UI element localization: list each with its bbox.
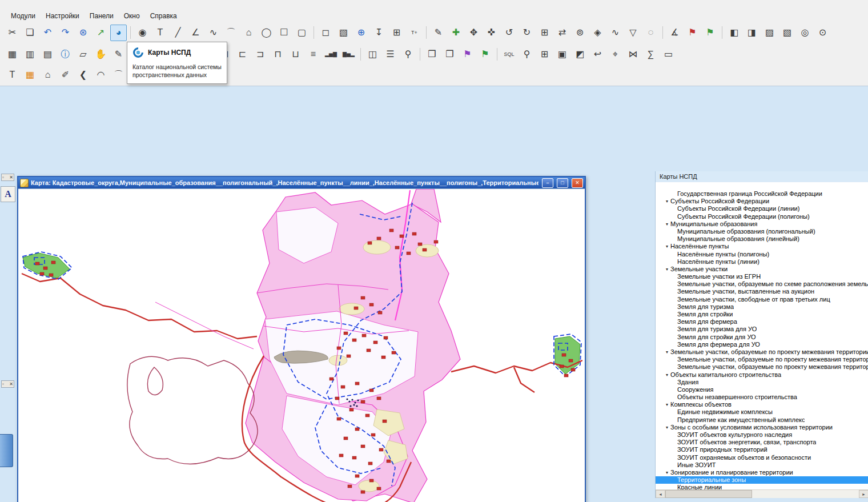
arc-tool-a-button[interactable]: ◠	[93, 67, 109, 83]
freehand-tool-button[interactable]: ✐	[57, 67, 74, 83]
map-child-window[interactable]: Карта: Кадастровые_округа,Муниципальные_…	[17, 176, 586, 502]
draw-polyline-button[interactable]: ∠	[187, 25, 204, 41]
undo-button[interactable]: ↶	[39, 25, 56, 41]
collapse-arrow-icon[interactable]: ▾	[664, 469, 670, 476]
layer-tree-item[interactable]: ЗОУИТ природных территорий	[656, 446, 868, 453]
layer-tree-item[interactable]: Объекты незавершенного строительства	[656, 393, 868, 401]
grid-c-button[interactable]: ▤	[39, 46, 56, 63]
collapse-arrow-icon[interactable]: ▾	[664, 401, 670, 408]
collapsed-panel-middle[interactable]: ▫ ✕	[1, 380, 14, 388]
grid-b-button[interactable]: ▥	[22, 46, 38, 63]
flag-green-button[interactable]: ⚑	[702, 25, 718, 41]
layer-tree-item[interactable]: Сооружения	[656, 386, 868, 393]
layer-tree-item[interactable]: ▾Муниципальные образования	[656, 220, 868, 228]
layer-tree-item[interactable]: Населённые пункты (линии)	[656, 258, 868, 266]
menu-item-window[interactable]: Окно	[119, 11, 145, 21]
draw-arc-button[interactable]: ⌒	[223, 25, 239, 41]
area-tool-button[interactable]: ▭	[660, 46, 677, 63]
collapse-arrow-icon[interactable]: ▾	[664, 266, 670, 273]
draw-rectangle-button[interactable]: ☐	[276, 25, 292, 41]
select-polygon-button[interactable]: ▧	[335, 25, 352, 41]
layer-tree-item[interactable]: Земельные участки, выставленные на аукци…	[656, 288, 868, 295]
collapse-arrow-icon[interactable]: ▾	[664, 220, 670, 228]
align-right-button[interactable]: ⊐	[252, 46, 268, 63]
cut-button[interactable]: ✂	[4, 25, 21, 41]
add-label-button[interactable]: T+	[406, 25, 423, 41]
move-feature-button[interactable]: ✜	[483, 25, 500, 41]
target-tool-button[interactable]: ⌖	[607, 46, 624, 63]
pan-hand-button[interactable]: ✋	[93, 46, 109, 63]
layer-tree-item[interactable]: Земельные участки, образуемые по проекту…	[656, 356, 868, 363]
layer-tree-item[interactable]: Земля для фермера для УО	[656, 341, 868, 348]
scroll-right-button[interactable]: ►	[859, 490, 868, 498]
fill-ring-button[interactable]: ◈	[589, 25, 606, 41]
map-canvas[interactable]	[18, 189, 582, 502]
layer-tree-item[interactable]: Земля для стройки для УО	[656, 334, 868, 341]
add-ring-button[interactable]: ⊚	[572, 25, 588, 41]
add-part-button[interactable]: ⊞	[536, 25, 553, 41]
collapse-arrow-icon[interactable]: ▾	[664, 348, 670, 356]
align-bottom-button[interactable]: ⊔	[287, 46, 304, 63]
snap-settings-button[interactable]: ◌	[642, 25, 659, 41]
poi-green-button[interactable]: ⚑	[477, 46, 493, 63]
layer-tree-item[interactable]: Субъекты Российской Федерации (полигоны)	[656, 213, 868, 220]
layer-tree-item[interactable]: ▾Объекты капитального строительства	[656, 371, 868, 379]
layer-tree-item[interactable]: ЗОУИТ объектов энергетики, связи, трансп…	[656, 439, 868, 446]
spline-tool-button[interactable]: ∿	[607, 25, 624, 41]
polygon-tool-button[interactable]: ⌂	[39, 67, 56, 83]
hatch-fill-a-button[interactable]: ▨	[761, 25, 778, 41]
rotate-ccw-button[interactable]: ↺	[501, 25, 517, 41]
identify-features-button[interactable]: ⓘ	[57, 46, 74, 63]
layer-tree-item[interactable]: Земля для туризма для УО	[656, 326, 868, 333]
scrollbar-thumb[interactable]	[665, 490, 752, 498]
map-window-titlebar[interactable]: Карта: Кадастровые_округа,Муниципальные_…	[18, 177, 585, 188]
draw-curve-button[interactable]: ∿	[205, 25, 222, 41]
raster-image-button[interactable]: ▣	[554, 46, 570, 63]
layer-tree-item[interactable]: Земля для стройки	[656, 311, 868, 318]
mask-layer-button[interactable]: ◨	[744, 25, 760, 41]
filter-features-button[interactable]: ▽	[625, 25, 641, 41]
layer-tree-item[interactable]: Земельные участки, образуемые по проекту…	[656, 363, 868, 371]
buffer-b-button[interactable]: ⊙	[814, 25, 831, 41]
close-button[interactable]: ✕	[572, 178, 583, 188]
layer-tree-item[interactable]: Земля для туризма	[656, 303, 868, 311]
layer-tree-item[interactable]: Муниципальные образования (линейный)	[656, 235, 868, 243]
layer-tree-item[interactable]: Земельные участки, образуемые по схеме р…	[656, 280, 868, 288]
flag-red-button[interactable]: ⚑	[684, 25, 701, 41]
georeference-button[interactable]: ◩	[572, 46, 588, 63]
measure-slope-button[interactable]: ∡	[666, 25, 683, 41]
layer-tree-item[interactable]: Земельные участки, свободные от прав тре…	[656, 296, 868, 303]
vertex-tool-button[interactable]: ✥	[465, 25, 482, 41]
redo-button[interactable]: ↷	[57, 25, 74, 41]
rotate-cw-button[interactable]: ↻	[519, 25, 535, 41]
history-back-button[interactable]: ↩	[589, 46, 606, 63]
arc-tool-b-button[interactable]: ⌒	[110, 67, 127, 83]
layer-tree-item[interactable]: ЗОУИТ объектов культурного наследия	[656, 431, 868, 439]
nspd-catalog-button[interactable]: ◕	[110, 25, 127, 41]
bar-chart-button[interactable]: ▇▅▂	[340, 46, 357, 63]
layer-tree-item[interactable]: Населённые пункты (полигоны)	[656, 251, 868, 258]
layer-tree-item[interactable]: ▾Населённые пункты	[656, 243, 868, 250]
sql-zoom-button[interactable]: ⚲	[400, 46, 416, 63]
scroll-left-button[interactable]: ◄	[656, 490, 665, 498]
histogram-button[interactable]: ▂▅▇	[323, 46, 339, 63]
edit-sketch-button[interactable]: ✎	[110, 46, 127, 63]
legend-colors-button[interactable]: ▦	[22, 67, 38, 83]
collapse-arrow-icon[interactable]: ▾	[664, 371, 670, 379]
database-button[interactable]: ☰	[382, 46, 399, 63]
layer-tree-item[interactable]: Земля для фермера	[656, 318, 868, 326]
layer-tree-item[interactable]: Предприятие как имущественный комплекс	[656, 416, 868, 424]
poi-purple-button[interactable]: ⚑	[459, 46, 476, 63]
add-record-button[interactable]: ⊞	[536, 46, 553, 63]
menu-item-panels[interactable]: Панели	[85, 11, 119, 21]
copy-button[interactable]: ❏	[22, 25, 38, 41]
statistics-button[interactable]: ∑	[642, 46, 659, 63]
cascade-windows-button[interactable]: ❐	[441, 46, 458, 63]
layer-tree-item[interactable]: ЗОУИТ охраняемых объектов и безопасности	[656, 454, 868, 461]
hatch-fill-b-button[interactable]: ▧	[779, 25, 795, 41]
layer-tree-item[interactable]: Иные ЗОУИТ	[656, 461, 868, 469]
buffer-a-button[interactable]: ◎	[797, 25, 813, 41]
scrollbar-track[interactable]	[752, 490, 859, 498]
menu-item-settings[interactable]: Настройки	[41, 11, 85, 21]
add-feature-button[interactable]: ✚	[448, 25, 464, 41]
